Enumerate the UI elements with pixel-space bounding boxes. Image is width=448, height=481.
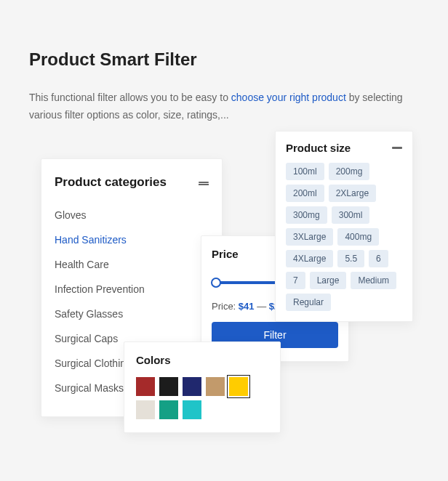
- price-min: $41: [239, 301, 255, 312]
- size-chip[interactable]: 100ml: [286, 163, 324, 180]
- collapse-icon[interactable]: [199, 182, 209, 184]
- price-title: Price: [212, 248, 239, 260]
- colors-title: Colors: [136, 354, 171, 366]
- size-panel: Product size 100ml200mg200ml2XLarge300mg…: [275, 131, 413, 322]
- size-chip[interactable]: 200mg: [329, 163, 370, 180]
- size-chip[interactable]: 400mg: [337, 228, 379, 246]
- desc-text-before: This functional filter allows you to be …: [29, 92, 231, 103]
- color-swatch[interactable]: [136, 400, 155, 419]
- price-label: Price:: [212, 301, 239, 312]
- size-chip[interactable]: Large: [310, 272, 347, 289]
- color-swatches: [136, 377, 268, 419]
- size-title: Product size: [286, 142, 351, 154]
- page-description: This functional filter allows you to be …: [29, 89, 419, 124]
- category-item[interactable]: Gloves: [55, 203, 209, 227]
- desc-link[interactable]: choose your right product: [231, 92, 346, 103]
- size-chip[interactable]: 300mg: [286, 206, 327, 224]
- color-swatch[interactable]: [183, 377, 201, 396]
- size-chip[interactable]: Regular: [286, 294, 331, 311]
- color-swatch[interactable]: [229, 377, 248, 396]
- size-chip[interactable]: 5.5: [337, 250, 364, 267]
- categories-title: Product categories: [55, 175, 167, 190]
- color-swatch[interactable]: [136, 377, 155, 396]
- category-item[interactable]: Infection Prevention: [55, 277, 209, 302]
- size-chip[interactable]: Medium: [351, 272, 396, 289]
- size-header: Product size: [286, 142, 402, 154]
- size-chip[interactable]: 2XLarge: [329, 185, 376, 202]
- size-chip[interactable]: 4XLarge: [286, 250, 333, 267]
- slider-thumb-min[interactable]: [211, 278, 221, 288]
- size-chips: 100ml200mg200ml2XLarge300mg300ml3XLarge4…: [286, 163, 402, 311]
- size-chip[interactable]: 6: [369, 250, 388, 267]
- category-item[interactable]: Health Care: [55, 252, 209, 277]
- price-sep: —: [255, 301, 269, 312]
- page-title: Product Smart Filter: [29, 49, 197, 70]
- category-item[interactable]: Safety Glasses: [55, 302, 209, 326]
- color-swatch[interactable]: [159, 400, 178, 419]
- collapse-icon[interactable]: [392, 147, 402, 149]
- color-swatch[interactable]: [183, 400, 201, 419]
- color-swatch[interactable]: [159, 377, 178, 396]
- category-item[interactable]: Hand Sanitizers: [55, 227, 209, 252]
- size-chip[interactable]: 200ml: [286, 185, 324, 202]
- size-chip[interactable]: 300ml: [332, 206, 370, 224]
- color-swatch[interactable]: [206, 377, 225, 396]
- size-chip[interactable]: 3XLarge: [286, 228, 333, 246]
- size-chip[interactable]: 7: [286, 272, 305, 289]
- colors-panel: Colors: [124, 341, 281, 433]
- categories-header: Product categories: [55, 175, 209, 190]
